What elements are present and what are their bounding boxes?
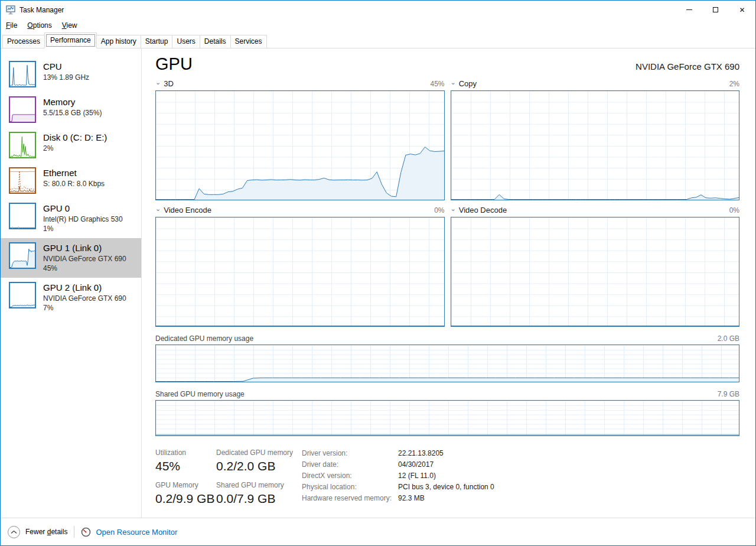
3d-usage-chart[interactable] [155, 90, 445, 200]
chevron-down-icon[interactable]: ⌄ [155, 79, 161, 86]
dedicated-memory-label: Dedicated GPU memory usage [155, 334, 253, 343]
detail-value: 92.3 MB [398, 494, 494, 502]
maximize-button[interactable] [702, 1, 729, 19]
stat-value-gpu-memory: 0.2/9.9 GB [155, 492, 216, 506]
sidebar-item-subtitle2: 45% [43, 264, 126, 273]
tab-users[interactable]: Users [172, 35, 200, 48]
gpu-device-name: NVIDIA GeForce GTX 690 [636, 61, 739, 72]
chart-value-copy: 2% [729, 80, 739, 88]
menu-view[interactable]: View [62, 21, 77, 30]
sidebar-item-subtitle: 5.5/15.8 GB (35%) [43, 108, 102, 118]
video-decode-chart[interactable] [451, 217, 740, 327]
close-button[interactable]: ✕ [729, 1, 755, 19]
fewer-details-button[interactable]: Fewer details [8, 526, 67, 538]
stat-value-dedicated-memory: 0.2/2.0 GB [216, 459, 302, 473]
minimize-button[interactable] [676, 1, 702, 19]
video-encode-chart[interactable] [155, 217, 445, 327]
menu-options[interactable]: Options [27, 21, 51, 30]
open-resource-monitor-link[interactable]: Open Resource Monitor [81, 527, 177, 537]
task-manager-window: Task Manager ✕ File Options View Process… [0, 0, 756, 546]
driver-details: Driver version:22.21.13.8205 Driver date… [302, 449, 494, 506]
shared-memory-label: Shared GPU memory usage [155, 390, 245, 398]
sidebar-item-subtitle: Intel(R) HD Graphics 530 [43, 214, 123, 224]
sidebar-item-gpu0[interactable]: GPU 0 Intel(R) HD Graphics 530 1% [1, 199, 141, 238]
sidebar-item-subtitle2: 7% [43, 303, 126, 313]
chevron-down-icon[interactable]: ⌄ [155, 206, 161, 212]
sidebar-item-memory[interactable]: Memory 5.5/15.8 GB (35%) [1, 92, 141, 128]
sidebar-item-title: Disk 0 (C: D: E:) [43, 132, 107, 144]
tab-app-history[interactable]: App history [96, 35, 141, 48]
sidebar-item-subtitle: 2% [43, 144, 107, 153]
stat-label-utilization: Utilization [155, 448, 216, 457]
tab-services[interactable]: Services [230, 35, 267, 48]
ethernet-mini-chart [9, 167, 36, 194]
chart-label-copy: Copy [459, 79, 477, 88]
maximize-icon [713, 7, 718, 12]
footer: Fewer details Open Resource Monitor [1, 518, 755, 545]
menu-file[interactable]: File [6, 21, 17, 30]
detail-value: 04/30/2017 [398, 460, 494, 469]
sidebar-item-subtitle: 13% 1.89 GHz [43, 73, 89, 82]
performance-sidebar: CPU 13% 1.89 GHz Memory 5.5/15.8 GB (35%… [1, 48, 142, 518]
sidebar-item-disk0[interactable]: Disk 0 (C: D: E:) 2% [1, 128, 141, 163]
tab-startup[interactable]: Startup [141, 35, 173, 48]
disk-mini-chart [9, 132, 36, 158]
gpu2-mini-chart [9, 282, 36, 308]
sidebar-item-cpu[interactable]: CPU 13% 1.89 GHz [1, 57, 141, 92]
sidebar-item-title: CPU [43, 61, 89, 73]
titlebar[interactable]: Task Manager ✕ [1, 1, 755, 19]
chart-value-video-decode: 0% [729, 206, 739, 214]
page-title: GPU [155, 54, 193, 74]
footer-divider [74, 526, 74, 538]
tab-performance[interactable]: Performance [44, 32, 97, 48]
sidebar-item-title: GPU 1 (Link 0) [43, 243, 126, 254]
chart-label-video-encode: Video Encode [164, 206, 211, 214]
gpu-panel: GPU NVIDIA GeForce GTX 690 ⌄3D 45% ⌄Copy… [142, 48, 755, 518]
window-title: Task Manager [19, 6, 676, 14]
stat-label-gpu-memory: GPU Memory [155, 481, 216, 489]
tab-bar: Processes Performance App history Startu… [1, 31, 755, 48]
chevron-down-icon[interactable]: ⌄ [451, 79, 456, 86]
shared-memory-chart[interactable] [155, 400, 739, 436]
gpu1-mini-chart [9, 242, 36, 269]
chart-label-video-decode: Video Decode [459, 206, 507, 214]
dedicated-memory-max: 2.0 GB [718, 334, 739, 343]
sidebar-item-subtitle: NVIDIA GeForce GTX 690 [43, 294, 126, 303]
sidebar-item-gpu1[interactable]: GPU 1 (Link 0) NVIDIA GeForce GTX 690 45… [1, 238, 141, 278]
sidebar-item-title: GPU 0 [43, 203, 123, 214]
chevron-up-icon [8, 526, 20, 538]
detail-value: PCI bus 3, device 0, function 0 [398, 483, 494, 491]
detail-value: 12 (FL 11.0) [398, 472, 494, 480]
cpu-mini-chart [9, 61, 36, 87]
dedicated-memory-chart[interactable] [155, 344, 739, 382]
sidebar-item-title: Memory [43, 97, 102, 108]
detail-label: Physical location: [302, 483, 398, 491]
gpu0-mini-chart [9, 203, 36, 229]
copy-usage-chart[interactable] [451, 90, 740, 200]
detail-label: Driver version: [302, 449, 398, 457]
detail-label: Hardware reserved memory: [302, 494, 398, 502]
app-icon [6, 5, 16, 15]
chart-value-video-encode: 0% [434, 206, 444, 214]
memory-mini-chart [9, 96, 36, 123]
resource-monitor-gauge-icon [81, 527, 91, 537]
shared-memory-max: 7.9 GB [718, 390, 739, 398]
detail-label: Driver date: [302, 460, 398, 469]
sidebar-item-title: GPU 2 (Link 0) [43, 282, 126, 294]
sidebar-item-ethernet[interactable]: Ethernet S: 80.0 R: 8.0 Kbps [1, 163, 141, 199]
sidebar-item-gpu2[interactable]: GPU 2 (Link 0) NVIDIA GeForce GTX 690 7% [1, 278, 141, 317]
menubar: File Options View [1, 19, 755, 31]
tab-details[interactable]: Details [200, 35, 231, 48]
chevron-down-icon[interactable]: ⌄ [451, 206, 456, 212]
stat-value-utilization: 45% [155, 459, 216, 473]
sidebar-item-subtitle: NVIDIA GeForce GTX 690 [43, 254, 126, 264]
stat-label-dedicated-memory: Dedicated GPU memory [216, 448, 302, 457]
sidebar-item-subtitle: S: 80.0 R: 8.0 Kbps [43, 179, 105, 188]
stat-label-shared-memory: Shared GPU memory [216, 481, 302, 489]
detail-value: 22.21.13.8205 [398, 449, 494, 457]
tab-processes[interactable]: Processes [2, 35, 45, 48]
sidebar-item-title: Ethernet [43, 168, 105, 179]
minimize-icon [686, 9, 692, 10]
chart-value-3d: 45% [430, 80, 444, 88]
stat-value-shared-memory: 0.0/7.9 GB [216, 492, 302, 506]
